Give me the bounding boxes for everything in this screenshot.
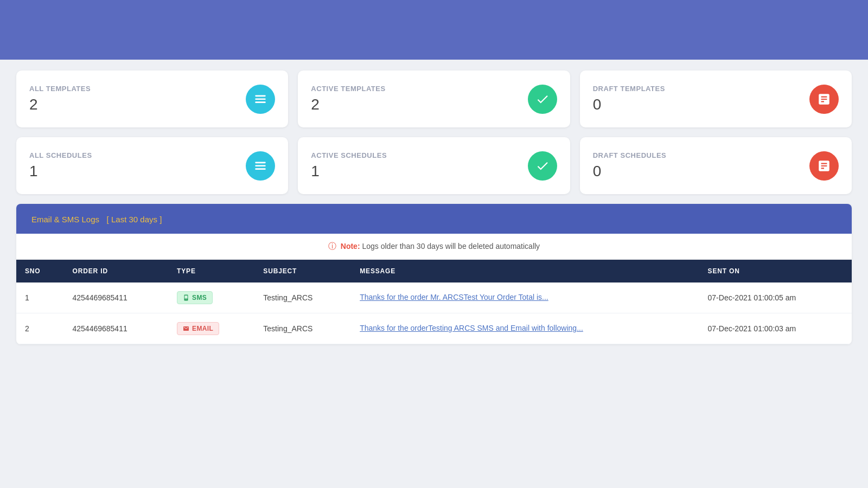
type-badge: EMAIL <box>177 322 219 335</box>
active-schedules-card: ACTIVE SCHEDULES 1 <box>298 137 570 194</box>
col-message: MESSAGE <box>351 260 699 282</box>
all-templates-info: ALL TEMPLATES 2 <box>29 85 91 113</box>
cell-sno: 2 <box>16 313 64 344</box>
note-text: Logs older than 30 days will be deleted … <box>362 242 540 251</box>
logs-note: ⓘ Note: Logs older than 30 days will be … <box>16 234 852 260</box>
active-templates-icon <box>528 85 557 114</box>
svg-rect-1 <box>256 98 266 100</box>
table-row: 2 4254469685411 EMAIL Testing_ARCS Thank… <box>16 313 852 344</box>
all-templates-icon <box>246 85 275 114</box>
col-order-id: ORDER ID <box>64 260 169 282</box>
all-schedules-card: ALL SCHEDULES 1 <box>16 137 288 194</box>
cell-subject: Testing_ARCS <box>254 313 351 344</box>
logs-table-body: 1 4254469685411 SMS Testing_ARCS Thanks … <box>16 282 852 344</box>
logs-header: Email & SMS Logs [ Last 30 days ] <box>16 204 852 234</box>
cell-type: EMAIL <box>168 313 254 344</box>
cell-type: SMS <box>168 282 254 313</box>
draft-schedules-value: 0 <box>593 163 667 180</box>
logs-table-head: SNO ORDER ID TYPE SUBJECT MESSAGE SENT O… <box>16 260 852 282</box>
all-schedules-value: 1 <box>29 163 92 180</box>
cell-sent-on: 07-Dec-2021 01:00:03 am <box>699 313 852 344</box>
message-link[interactable]: Thanks for the order Mr. ARCSTest Your O… <box>360 293 548 301</box>
info-icon: ⓘ <box>328 241 336 251</box>
active-schedules-icon <box>528 151 557 181</box>
logs-section: Email & SMS Logs [ Last 30 days ] ⓘ Note… <box>16 204 852 344</box>
draft-schedules-card: DRAFT SCHEDULES 0 <box>580 137 852 194</box>
svg-rect-2 <box>256 101 266 103</box>
svg-rect-5 <box>256 168 266 170</box>
all-templates-value: 2 <box>29 96 91 113</box>
svg-rect-3 <box>256 162 266 163</box>
draft-templates-card: DRAFT TEMPLATES 0 <box>580 70 852 127</box>
col-sno: SNO <box>16 260 64 282</box>
all-schedules-icon <box>246 151 275 181</box>
cell-message[interactable]: Thanks for the orderTesting ARCS SMS and… <box>351 313 699 344</box>
cell-order-id: 4254469685411 <box>64 282 169 313</box>
draft-schedules-info: DRAFT SCHEDULES 0 <box>593 151 667 180</box>
col-subject: SUBJECT <box>254 260 351 282</box>
templates-row: ALL TEMPLATES 2 ACTIVE TEMPLATES 2 <box>16 70 852 127</box>
cell-sent-on: 07-Dec-2021 01:00:05 am <box>699 282 852 313</box>
note-label: Note: <box>341 242 360 251</box>
draft-templates-value: 0 <box>593 96 665 113</box>
table-row: 1 4254469685411 SMS Testing_ARCS Thanks … <box>16 282 852 313</box>
cell-subject: Testing_ARCS <box>254 282 351 313</box>
cell-message[interactable]: Thanks for the order Mr. ARCSTest Your O… <box>351 282 699 313</box>
type-badge: SMS <box>177 291 213 304</box>
all-schedules-info: ALL SCHEDULES 1 <box>29 151 92 180</box>
svg-rect-4 <box>256 165 266 166</box>
draft-schedules-icon <box>809 151 839 181</box>
draft-templates-icon <box>809 85 839 114</box>
active-schedules-value: 1 <box>311 163 387 180</box>
header-bar <box>0 0 868 60</box>
active-schedules-info: ACTIVE SCHEDULES 1 <box>311 151 387 180</box>
main-content: ALL TEMPLATES 2 ACTIVE TEMPLATES 2 <box>0 60 868 344</box>
logs-title: Email & SMS Logs [ Last 30 days ] <box>27 213 162 224</box>
active-templates-info: ACTIVE TEMPLATES 2 <box>311 85 385 113</box>
draft-templates-label: DRAFT TEMPLATES <box>593 85 665 93</box>
logs-table-header-row: SNO ORDER ID TYPE SUBJECT MESSAGE SENT O… <box>16 260 852 282</box>
svg-rect-0 <box>256 95 266 97</box>
active-templates-card: ACTIVE TEMPLATES 2 <box>298 70 570 127</box>
col-sent-on: SENT ON <box>699 260 852 282</box>
active-schedules-label: ACTIVE SCHEDULES <box>311 151 387 159</box>
all-templates-label: ALL TEMPLATES <box>29 85 91 93</box>
col-type: TYPE <box>168 260 254 282</box>
draft-schedules-label: DRAFT SCHEDULES <box>593 151 667 159</box>
schedules-row: ALL SCHEDULES 1 ACTIVE SCHEDULES 1 <box>16 137 852 194</box>
logs-table: SNO ORDER ID TYPE SUBJECT MESSAGE SENT O… <box>16 260 852 344</box>
cell-order-id: 4254469685411 <box>64 313 169 344</box>
active-templates-label: ACTIVE TEMPLATES <box>311 85 385 93</box>
message-link[interactable]: Thanks for the orderTesting ARCS SMS and… <box>360 324 583 332</box>
all-templates-card: ALL TEMPLATES 2 <box>16 70 288 127</box>
draft-templates-info: DRAFT TEMPLATES 0 <box>593 85 665 113</box>
active-templates-value: 2 <box>311 96 385 113</box>
all-schedules-label: ALL SCHEDULES <box>29 151 92 159</box>
cell-sno: 1 <box>16 282 64 313</box>
